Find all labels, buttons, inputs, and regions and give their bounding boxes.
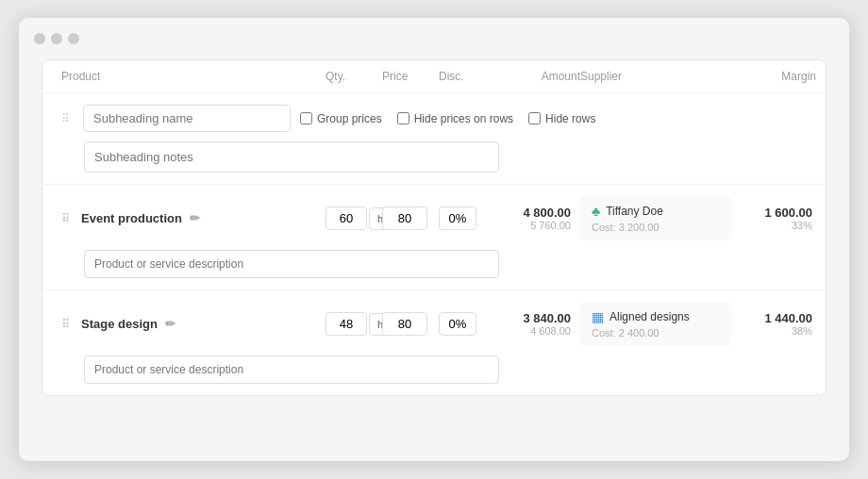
edit-icon-2[interactable]: ✏ [165, 317, 175, 331]
supplier-col-1[interactable]: ♣ Tiffany Doe Cost: 3 200.00 [580, 196, 731, 240]
titlebar [19, 33, 849, 59]
window-dot-2 [51, 33, 62, 44]
col-header-margin: Margin [731, 70, 816, 83]
col-header-supplier: Supplier [580, 70, 731, 83]
margin-col-2: 1 440.00 38% [731, 311, 816, 337]
supplier-cost-2: Cost: 2 400.00 [592, 327, 720, 339]
subheading-row: ⠿ Group prices Hide prices on rows Hide … [61, 105, 807, 132]
col-header-product: Product [61, 70, 326, 83]
row-event-production: ⠿ Event production ✏ h ▾ 4 800. [42, 185, 826, 290]
description-input-1[interactable] [84, 250, 499, 278]
supplier-col-2[interactable]: ▦ Aligned designs Cost: 2 400.00 [580, 302, 731, 346]
supplier-top-2: ▦ Aligned designs [592, 309, 720, 324]
product-label-2: Stage design [81, 317, 158, 331]
product-row-1: ⠿ Event production ✏ h ▾ 4 800. [61, 196, 807, 240]
amount-main-1: 4 800.00 [495, 206, 571, 220]
table-header: Product Qty. Price Disc. Amount Supplier… [42, 60, 826, 93]
col-header-qty: Qty. [326, 70, 382, 83]
subheading-notes-input[interactable] [84, 141, 499, 173]
product-name-1: ⠿ Event production ✏ [61, 211, 326, 225]
table-container: Product Qty. Price Disc. Amount Supplier… [42, 59, 826, 396]
margin-pct-2: 38% [731, 325, 812, 337]
row-stage-design: ⠿ Stage design ✏ h ▾ 3 840.00 [42, 290, 826, 395]
checkbox-hide-rows[interactable]: Hide rows [528, 112, 595, 125]
price-col-1 [382, 206, 439, 230]
qty-unit-1: h ▾ [326, 206, 382, 230]
drag-handle-2[interactable]: ⠿ [61, 318, 70, 331]
disc-input-1[interactable] [439, 206, 476, 230]
amount-sub-1: 5 760.00 [495, 220, 571, 231]
window-dot-1 [34, 33, 45, 44]
drag-handle-subheading[interactable]: ⠿ [61, 112, 70, 125]
product-label-1: Event production [81, 211, 182, 225]
subheading-name-input[interactable] [83, 105, 291, 132]
supplier-cost-1: Cost: 3 200.00 [592, 222, 720, 233]
product-row-2: ⠿ Stage design ✏ h ▾ 3 840.00 [61, 302, 807, 346]
edit-icon-1[interactable]: ✏ [190, 211, 200, 225]
margin-col-1: 1 600.00 33% [731, 206, 816, 231]
price-input-1[interactable] [382, 206, 427, 230]
disc-col-2 [439, 312, 495, 336]
checkbox-group: Group prices Hide prices on rows Hide ro… [300, 112, 595, 125]
window-dot-3 [68, 33, 79, 44]
supplier-icon-1: ♣ [592, 204, 600, 219]
checkbox-hide-rows-input[interactable] [528, 112, 541, 124]
amount-col-2: 3 840.00 4 608.00 [495, 311, 580, 337]
product-name-2: ⠿ Stage design ✏ [61, 317, 326, 331]
qty-input-2[interactable] [326, 312, 367, 336]
main-window: Product Qty. Price Disc. Amount Supplier… [19, 18, 849, 461]
amount-main-2: 3 840.00 [495, 311, 571, 325]
margin-main-2: 1 440.00 [731, 311, 812, 325]
drag-handle-1[interactable]: ⠿ [61, 212, 70, 225]
supplier-name-2: Aligned designs [609, 310, 690, 323]
qty-input-1[interactable] [326, 206, 367, 230]
supplier-icon-2: ▦ [592, 309, 604, 324]
checkbox-group-prices-input[interactable] [300, 112, 312, 124]
margin-pct-1: 33% [731, 220, 812, 231]
price-input-2[interactable] [382, 312, 427, 336]
col-header-disc: Disc. [439, 70, 495, 83]
col-header-price: Price [382, 70, 439, 83]
amount-sub-2: 4 608.00 [495, 325, 571, 337]
description-input-2[interactable] [84, 355, 499, 384]
disc-col-1 [439, 206, 495, 230]
checkbox-hide-prices-input[interactable] [397, 112, 409, 124]
margin-main-1: 1 600.00 [731, 206, 812, 220]
amount-col-1: 4 800.00 5 760.00 [495, 206, 580, 231]
disc-input-2[interactable] [439, 312, 476, 336]
col-header-amount: Amount [495, 70, 580, 83]
supplier-top-1: ♣ Tiffany Doe [592, 204, 720, 219]
checkbox-hide-prices[interactable]: Hide prices on rows [397, 112, 513, 125]
supplier-name-1: Tiffany Doe [606, 205, 663, 218]
qty-unit-2: h ▾ [326, 312, 382, 336]
checkbox-group-prices[interactable]: Group prices [300, 112, 382, 125]
price-col-2 [382, 312, 439, 336]
subheading-section: ⠿ Group prices Hide prices on rows Hide … [42, 93, 826, 185]
